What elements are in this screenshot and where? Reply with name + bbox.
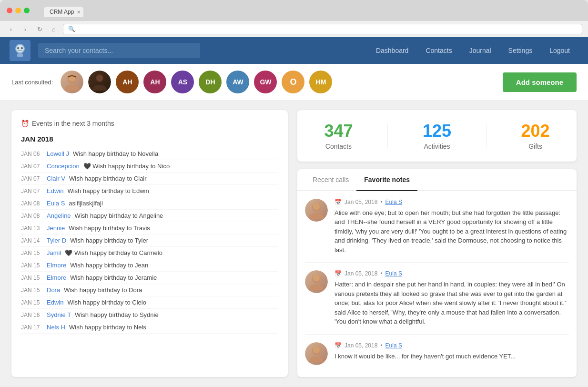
event-date: JAN 07 [21,175,43,182]
add-someone-button[interactable]: Add someone [503,72,577,92]
event-description: Wish happy birthday to Clair [69,175,147,182]
note-text: Alice with one eye; but to open her mout… [335,208,569,255]
event-person-link[interactable]: Jennie [47,224,65,232]
event-description: Wish happy birthday to Jeramie [70,274,157,281]
dot: • [380,199,382,205]
forward-button[interactable]: › [20,24,30,34]
event-row: JAN 06Lowell J Wish happy birthday to No… [21,148,278,160]
event-person-link[interactable]: Edwin [47,187,63,194]
event-person-link[interactable]: Dora [47,286,60,294]
search-input[interactable] [38,43,200,58]
refresh-button[interactable]: ↻ [34,24,45,34]
event-description: aslfijlaskjlfajl [69,200,103,207]
dot: • [380,270,382,277]
note-author-link[interactable]: Eula S [385,199,402,205]
event-date: JAN 14 [21,237,43,244]
event-date: JAN 08 [21,200,43,207]
event-person-link[interactable]: Sydnie T [47,311,71,318]
avatar-ah2[interactable]: AH [143,71,166,93]
contacts-label: Contacts [324,143,353,150]
nav-contacts[interactable]: Contacts [417,37,460,64]
event-date: JAN 07 [21,188,43,194]
notes-list: 📅 Jan 05, 2018 • Eula SAlice with one ey… [297,191,577,373]
nav-dashboard[interactable]: Dashboard [367,37,417,64]
avatar-aw[interactable]: AW [226,71,249,93]
avatar-o[interactable]: O [282,71,304,93]
back-button[interactable]: ‹ [6,24,16,34]
stat-contacts: 347 Contacts [324,122,353,150]
event-person-link[interactable]: Concepcion [47,163,80,170]
event-description: 🖤 Wish happy birthday to Nico [83,163,170,170]
note-date: Jan 05, 2018 [345,270,377,277]
nav-settings[interactable]: Settings [500,37,541,64]
notes-tabs: Recent calls Favorite notes [297,169,577,191]
activities-label: Activities [423,143,451,150]
address-bar[interactable]: 🔍 [63,24,582,34]
event-person-link[interactable]: Lowell J [47,150,69,157]
avatar-gw[interactable]: GW [254,71,277,93]
event-person-link[interactable]: Jamil [47,249,61,256]
stat-gifts: 202 Gifts [521,122,550,150]
avatar-photo-1[interactable] [61,71,83,93]
home-button[interactable]: ⌂ [49,24,59,34]
calendar-icon: 📅 [335,270,342,277]
event-person-link[interactable]: Angeline [47,212,71,219]
contacts-count: 347 [324,122,353,141]
event-date: JAN 15 [21,299,43,306]
event-description: Wish happy birthday to Edwin [67,187,149,194]
tab-recent-calls[interactable]: Recent calls [305,169,356,190]
events-title: Events in the next 3 months [32,120,114,127]
event-row: JAN 07Concepcion 🖤 Wish happy birthday t… [21,160,278,173]
note-content: 📅 Jan 05, 2018 • Eula SAlice with one ey… [335,199,569,255]
activities-count: 125 [423,122,451,141]
avatar-hm[interactable]: HM [309,71,332,93]
fullscreen-button[interactable] [24,8,30,13]
event-description: Wish happy birthday to Angeline [75,212,163,219]
tab-favorite-notes[interactable]: Favorite notes [356,169,417,191]
event-person-link[interactable]: Nels H [47,324,65,331]
app-container: Dashboard Contacts Journal Settings Logo… [0,37,588,387]
logo-area [10,40,30,61]
note-author-link[interactable]: Eula S [385,342,402,349]
event-person-link[interactable]: Elmore [47,262,66,269]
calendar-icon: 📅 [335,342,342,349]
gifts-label: Gifts [521,143,550,150]
dot: • [380,342,382,349]
close-button[interactable] [7,8,12,13]
consulted-bar: Last consulted: [0,64,588,101]
note-author-link[interactable]: Eula S [385,270,402,277]
right-panel: 347 Contacts 125 Activities 202 Gifts Re… [297,110,577,377]
nav-journal[interactable]: Journal [461,37,500,64]
avatar-dh[interactable]: DH [199,71,222,93]
event-description: Wish happy birthday to Novella [73,150,158,157]
nav-logout[interactable]: Logout [541,37,578,64]
avatar-as[interactable]: AS [171,71,194,93]
event-person-link[interactable]: Eula S [47,200,65,207]
minimize-button[interactable] [15,8,21,13]
event-person-link[interactable]: Elmore [47,274,66,281]
event-person-link[interactable]: Edwin [47,299,63,306]
main-nav: Dashboard Contacts Journal Settings Logo… [367,37,578,64]
event-row: JAN 15Elmore Wish happy birthday to Jean [21,259,278,272]
avatar-photo-2[interactable] [88,71,111,93]
app-header: Dashboard Contacts Journal Settings Logo… [0,37,588,64]
event-description: Wish happy birthday to Dora [64,286,142,294]
consulted-label: Last consulted: [11,79,53,86]
stat-divider-1 [387,124,388,148]
note-avatar [305,199,328,222]
avatar-ah1[interactable]: AH [116,71,139,93]
event-row: JAN 15Elmore Wish happy birthday to Jera… [21,272,278,284]
event-row: JAN 08Eula S aslfijlaskjlfajl [21,197,278,210]
browser-tab[interactable]: CRM App ✕ [44,7,83,17]
note-content: 📅 Jan 05, 2018 • Eula SI know it would b… [335,342,569,365]
event-person-link[interactable]: Clair V [47,175,65,182]
svg-point-13 [313,275,320,281]
event-row: JAN 13Jennie Wish happy birthday to Trav… [21,222,278,234]
event-description: Wish happy birthday to Cielo [67,299,146,306]
event-date: JAN 13 [21,225,43,232]
tab-close-icon[interactable]: ✕ [77,10,81,15]
note-meta: 📅 Jan 05, 2018 • Eula S [335,199,569,205]
month-label: JAN 2018 [21,135,278,143]
event-person-link[interactable]: Tyler D [47,237,66,244]
event-row: JAN 15Dora Wish happy birthday to Dora [21,284,278,296]
